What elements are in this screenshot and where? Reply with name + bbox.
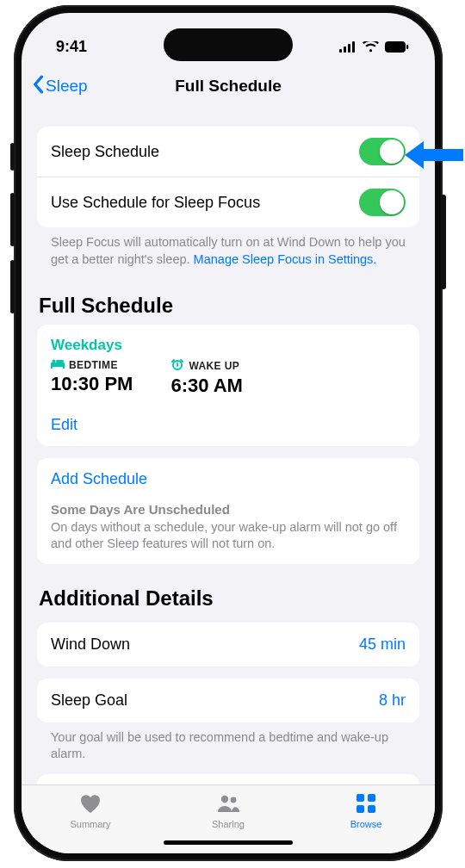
use-focus-label: Use Schedule for Sleep Focus <box>51 194 260 212</box>
tab-summary[interactable]: Summary <box>39 792 142 829</box>
chevron-left-icon <box>32 75 44 98</box>
svg-rect-18 <box>368 805 375 813</box>
svg-rect-3 <box>352 41 355 53</box>
svg-rect-7 <box>51 363 65 367</box>
edit-schedule-link[interactable]: Edit <box>51 416 78 434</box>
cellular-icon <box>339 41 356 53</box>
heart-icon <box>78 792 102 816</box>
svg-rect-5 <box>387 43 404 51</box>
svg-rect-0 <box>339 49 342 53</box>
tab-browse[interactable]: Browse <box>314 792 418 829</box>
unscheduled-title: Some Days Are Unscheduled <box>51 502 406 517</box>
alarm-icon <box>170 359 184 373</box>
people-icon <box>216 792 240 816</box>
svg-rect-9 <box>63 366 65 369</box>
wake-value: 6:30 AM <box>170 375 243 397</box>
sleep-schedule-label: Sleep Schedule <box>51 143 159 161</box>
back-label: Sleep <box>46 77 88 96</box>
schedule-toggles-group: Sleep Schedule Use Schedule for Sleep Fo… <box>37 127 419 227</box>
battery-icon <box>385 41 409 53</box>
sleep-goal-value: 8 hr <box>379 691 406 710</box>
add-schedule-link[interactable]: Add Schedule <box>51 470 406 488</box>
full-schedule-heading: Full Schedule <box>39 294 418 318</box>
svg-rect-15 <box>356 794 364 802</box>
unscheduled-text: On days without a schedule, your wake-up… <box>51 519 406 552</box>
tab-sharing-label: Sharing <box>212 819 245 829</box>
truncated-row <box>37 774 419 785</box>
status-time: 9:41 <box>56 38 87 56</box>
content-scroll[interactable]: Sleep Schedule Use Schedule for Sleep Fo… <box>22 108 435 784</box>
svg-point-13 <box>221 796 228 803</box>
sleep-goal-label: Sleep Goal <box>51 691 127 710</box>
use-focus-toggle[interactable] <box>359 189 406 216</box>
svg-point-14 <box>231 797 237 803</box>
wind-down-value: 45 min <box>359 636 406 654</box>
manage-focus-link[interactable]: Manage Sleep Focus in Settings. <box>194 252 377 266</box>
tab-bar: Summary Sharing Browse <box>22 784 435 853</box>
bed-icon <box>51 359 65 371</box>
nav-bar: Sleep Full Schedule <box>22 65 435 108</box>
additional-details-heading: Additional Details <box>39 586 418 611</box>
tab-summary-label: Summary <box>70 819 110 829</box>
back-button[interactable]: Sleep <box>32 75 88 98</box>
wake-label: WAKE UP <box>189 360 239 372</box>
use-focus-row: Use Schedule for Sleep Focus <box>37 177 419 227</box>
tab-sharing[interactable]: Sharing <box>177 792 280 829</box>
callout-arrow <box>403 136 463 177</box>
page-title: Full Schedule <box>175 77 282 96</box>
sleep-schedule-toggle[interactable] <box>359 138 406 165</box>
sleep-goal-row[interactable]: Sleep Goal 8 hr <box>37 679 419 722</box>
svg-rect-8 <box>51 366 53 369</box>
add-schedule-card: Add Schedule Some Days Are Unscheduled O… <box>37 458 419 564</box>
wind-down-label: Wind Down <box>51 636 130 654</box>
svg-rect-2 <box>348 44 350 53</box>
wifi-icon <box>363 41 379 53</box>
svg-rect-1 <box>344 46 346 53</box>
bedtime-label: BEDTIME <box>69 359 118 371</box>
toggles-footer: Sleep Focus will automatically turn on a… <box>37 227 419 271</box>
svg-rect-16 <box>368 794 375 802</box>
svg-rect-11 <box>56 360 64 363</box>
svg-rect-6 <box>406 45 408 49</box>
tab-browse-label: Browse <box>350 819 382 829</box>
home-indicator <box>164 840 293 845</box>
sleep-schedule-row: Sleep Schedule <box>37 127 419 177</box>
grid-icon <box>354 792 378 816</box>
schedule-days: Weekdays <box>51 337 406 354</box>
sleep-goal-footer: Your goal will be used to recommend a be… <box>37 722 419 762</box>
bedtime-value: 10:30 PM <box>51 373 133 395</box>
svg-rect-17 <box>356 805 364 813</box>
weekdays-schedule-card: Weekdays BEDTIME 10:30 PM <box>37 325 419 446</box>
svg-point-10 <box>53 360 56 363</box>
wind-down-row[interactable]: Wind Down 45 min <box>37 623 419 666</box>
